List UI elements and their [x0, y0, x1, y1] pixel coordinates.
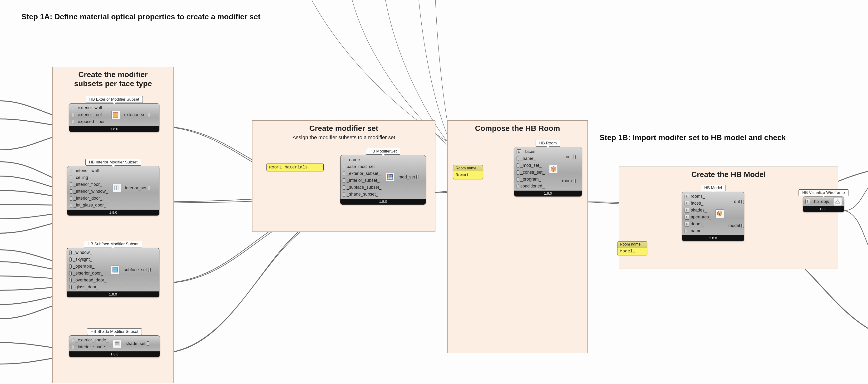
port-room-constr-set[interactable]: _constr_set_ [514, 169, 547, 176]
version-label: 1.8.0 [69, 126, 159, 132]
port-model-apertures[interactable]: ⇩apertures_ [682, 214, 714, 221]
version-label: 1.8.0 [682, 235, 744, 241]
component-hb-modifier-set[interactable]: HB ModifierSet _name_ base_mod_set_ _ext… [340, 148, 426, 204]
port-interior-window[interactable]: _interior_window_ [67, 188, 111, 195]
port-operable[interactable]: _operable_ [67, 263, 97, 270]
version-label: 1.8.0 [803, 206, 844, 212]
port-shade-subset[interactable]: _shade_subset_ [340, 191, 380, 198]
port-interior-set-out[interactable]: interior_set [123, 185, 153, 192]
modifier-set-icon [386, 173, 394, 181]
tag-hb-exterior-modifier-subset: HB Exterior Modifier Subset [86, 96, 143, 103]
port-exterior-set-out[interactable]: exterior_set [122, 111, 153, 118]
port-shade-set-out[interactable]: shade_set [123, 340, 152, 347]
port-interior-subset[interactable]: _interior_subset_ [340, 177, 382, 184]
port-model-faces[interactable]: ⇩faces_ [682, 200, 706, 207]
tag-hb-interior-modifier-subset: HB Interior Modifier Subset [86, 159, 141, 166]
port-exterior-door[interactable]: _exterior_door_ [67, 270, 105, 277]
port-room-name[interactable]: _name_ [514, 155, 538, 162]
shade-subset-icon [113, 339, 121, 348]
panel-model-name-body[interactable]: Model1 [617, 248, 647, 255]
group-modset-title: Create modifier set [252, 121, 435, 133]
panel-room-name[interactable]: Room name Room1 [453, 165, 483, 179]
port-overhead-door[interactable]: _overhead_door_ [67, 277, 109, 284]
port-glass-door[interactable]: _glass_door_ [67, 284, 101, 290]
port-exterior-roof[interactable]: _exterior_roof_ [69, 111, 106, 118]
group-subsets-title-l1: Create the modifier [78, 70, 148, 79]
port-room-mod-set[interactable]: _mod_set_ [514, 162, 544, 169]
port-room-room[interactable]: room [560, 178, 578, 184]
port-viz-hb-objs[interactable]: ⇩_hb_objs [803, 198, 831, 205]
port-interior-door[interactable]: _interior_door_ [67, 195, 105, 202]
version-label: 1.8.0 [67, 210, 159, 215]
version-label: 1.8.0 [67, 291, 159, 297]
tag-hb-room: HB Room [536, 140, 560, 147]
svg-rect-16 [390, 177, 392, 180]
component-hb-visualize-wireframe[interactable]: HB Visualize Wireframe ⇩_hb_objs geo 1.8… [803, 189, 844, 212]
component-hb-room[interactable]: HB Room ⇩_faces _name_ _mod_set_ _constr… [514, 140, 582, 196]
version-label: 1.8.0 [514, 191, 582, 196]
port-model-shades[interactable]: ⇩shades_ [682, 207, 709, 214]
group-modset-subtitle: Assign the modifier subsets to a modifie… [252, 133, 435, 140]
panel-room-name-head: Room name [453, 165, 483, 171]
group-room-title: Compose the HB Room [447, 121, 587, 133]
panel-model-name[interactable]: Room name Model1 [617, 241, 647, 255]
viz-wireframe-icon [833, 197, 842, 206]
exterior-subset-icon [111, 110, 120, 119]
panel-room1-materials-body[interactable]: Room1_Materials [267, 163, 323, 171]
hb-model-icon [715, 210, 724, 218]
svg-rect-13 [388, 174, 390, 177]
svg-rect-0 [113, 112, 118, 117]
version-label: 1.8.0 [340, 199, 426, 204]
panel-room1-materials[interactable]: Room1_Materials [267, 163, 323, 171]
port-interior-floor[interactable]: _interior_floor_ [67, 181, 104, 188]
port-model-doors[interactable]: ⇩doors_ [682, 221, 706, 227]
group-subsets-title-l2: subsets per face type [74, 79, 152, 88]
port-modset-name[interactable]: _name_ [340, 156, 365, 163]
port-room-faces[interactable]: ⇩_faces [514, 148, 538, 155]
port-interior-wall[interactable]: _interior_wall_ [67, 167, 103, 174]
port-subface-subset[interactable]: _subface_subset_ [340, 184, 384, 191]
tag-hb-shade-modifier-subset: HB Shade Modifier Subset [87, 328, 142, 335]
component-hb-exterior-modifier-subset[interactable]: HB Exterior Modifier Subset _exterior_wa… [69, 96, 159, 132]
svg-marker-22 [835, 200, 840, 203]
tag-hb-visualize-wireframe: HB Visualize Wireframe [799, 189, 848, 196]
component-hb-interior-modifier-subset[interactable]: HB Interior Modifier Subset _interior_wa… [67, 159, 159, 216]
panel-room-name-body[interactable]: Room1 [453, 171, 483, 179]
port-model-rooms[interactable]: ⇩rooms_ [682, 193, 707, 200]
port-exterior-wall[interactable]: _exterior_wall_ [69, 104, 106, 111]
tag-hb-subface-modifier-subset: HB Subface Modifier Subset [84, 241, 142, 248]
port-room-conditioned[interactable]: conditioned_ [514, 183, 547, 190]
port-ceiling[interactable]: _ceiling_ [67, 174, 93, 181]
step1b-heading: Step 1B: Import modifer set to HB model … [599, 133, 786, 142]
port-exterior-shade[interactable]: _exterior_shade_ [69, 337, 111, 344]
subface-subset-icon [111, 265, 119, 274]
component-hb-model[interactable]: HB Model ⇩rooms_ ⇩faces_ ⇩shades_ ⇩apert… [682, 185, 744, 241]
port-room-program[interactable]: _program_ [514, 176, 544, 183]
port-skylight[interactable]: _skylight_ [67, 256, 94, 263]
svg-rect-14 [390, 174, 392, 177]
port-viz-geo[interactable]: geo [844, 198, 844, 205]
interior-subset-icon [112, 184, 121, 192]
port-model-spacer [741, 205, 744, 222]
panel-model-name-head: Room name [617, 242, 647, 248]
component-hb-shade-modifier-subset[interactable]: HB Shade Modifier Subset _exterior_shade… [69, 328, 160, 357]
port-model-out[interactable]: out [732, 198, 744, 205]
port-model-name[interactable]: _name_ [682, 227, 706, 234]
component-hb-subface-modifier-subset[interactable]: HB Subface Modifier Subset _window_ _sky… [67, 241, 159, 297]
port-room-spacer [573, 160, 578, 178]
port-exposed-floor[interactable]: _exposed_floor_ [69, 118, 110, 125]
hb-room-icon [549, 165, 558, 173]
port-model-model[interactable]: model [726, 222, 744, 229]
port-int-glass-door[interactable]: _int_glass_door_ [67, 202, 108, 209]
port-base-mod-set[interactable]: base_mod_set_ [340, 163, 379, 170]
port-window[interactable]: _window_ [67, 249, 94, 256]
tag-hb-model: HB Model [701, 185, 726, 191]
port-room-out[interactable]: out [563, 154, 578, 160]
port-exterior-subset[interactable]: _exterior_subset_ [340, 170, 383, 177]
port-subface-set-out[interactable]: subface_set [121, 266, 153, 274]
step1a-heading: Step 1A: Define material optical propert… [22, 12, 260, 21]
port-interior-shade[interactable]: _interior_shade_ [69, 344, 110, 350]
svg-rect-21 [719, 214, 720, 215]
port-mod-set-out[interactable]: mod_set [396, 174, 421, 181]
version-label: 1.8.0 [69, 351, 160, 357]
